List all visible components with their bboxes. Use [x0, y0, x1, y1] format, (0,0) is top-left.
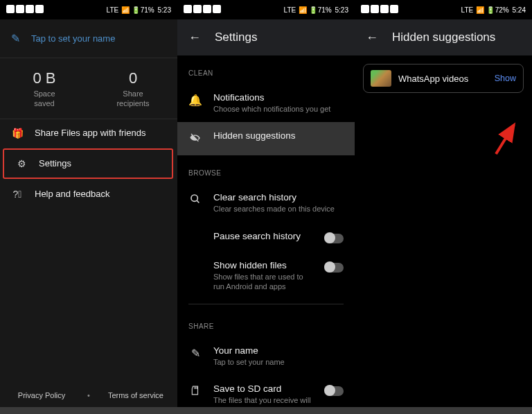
- svg-point-0: [191, 195, 197, 201]
- space-saved-value: 0 B: [0, 69, 89, 87]
- nav-drawer: ✎ Tap to set your name 0 B Spacesaved 0 …: [0, 19, 177, 414]
- annotation-arrow: [493, 122, 526, 159]
- status-bar: LTE 📶 🔋71% 5:23: [177, 0, 355, 19]
- row-clear-search[interactable]: Clear search history Clear searches made…: [177, 184, 355, 222]
- bell-icon: 🔔: [188, 92, 202, 107]
- pencil-icon: ✎: [11, 32, 20, 45]
- stats-row: 0 B Spacesaved 0 Sharerecipients: [0, 58, 177, 119]
- terms-link[interactable]: Terms of service: [97, 391, 175, 400]
- section-clean: CLEAN: [177, 55, 355, 84]
- page-title: Settings: [215, 31, 257, 44]
- help-icon: ?⃝: [11, 189, 24, 200]
- section-browse: BROWSE: [177, 155, 355, 184]
- edit-name-row[interactable]: ✎ Tap to set your name: [0, 19, 177, 58]
- net-icon: LTE: [107, 6, 119, 14]
- show-button[interactable]: Show: [495, 74, 516, 83]
- toggle-sd-card[interactable]: [324, 386, 344, 396]
- row-your-name[interactable]: ✎ Your name Tap to set your name: [177, 337, 355, 375]
- row-hidden-suggestions[interactable]: Hidden suggestions: [177, 122, 355, 155]
- status-bar: LTE 📶 🔋72% 5:24: [355, 0, 532, 19]
- app-bar: ← Hidden suggestions: [355, 19, 532, 55]
- app-bar: ← Settings: [177, 19, 355, 55]
- row-notifications[interactable]: 🔔 Notifications Choose which notificatio…: [177, 84, 355, 122]
- gift-icon: 🎁: [11, 128, 24, 139]
- status-bar: LTE 📶 🔋71% 5:23: [0, 0, 177, 19]
- sd-card-icon: [188, 383, 202, 399]
- privacy-link[interactable]: Privacy Policy: [3, 391, 80, 399]
- search-icon: [188, 192, 202, 207]
- thumbnail: [371, 70, 391, 87]
- toggle-pause-search[interactable]: [324, 234, 344, 243]
- drawer-item-settings[interactable]: ⚙ Settings: [3, 148, 173, 179]
- share-recipients-value: 0: [89, 69, 177, 87]
- svg-line-1: [197, 200, 199, 202]
- section-share: SHARE: [177, 309, 355, 337]
- visibility-off-icon: [188, 130, 202, 147]
- suggestion-card: WhatsApp videos Show: [363, 64, 524, 93]
- pencil-icon: ✎: [188, 345, 202, 360]
- back-icon[interactable]: ←: [366, 31, 378, 45]
- drawer-item-help[interactable]: ?⃝ Help and feedback: [0, 180, 177, 208]
- edit-name-label: Tap to set your name: [31, 33, 115, 44]
- page-title: Hidden suggestions: [392, 31, 495, 44]
- back-icon[interactable]: ←: [188, 31, 201, 45]
- drawer-item-share-app[interactable]: 🎁 Share Files app with friends: [0, 119, 177, 147]
- drawer-footer: Privacy Policy • Terms of service: [0, 384, 177, 407]
- row-show-hidden-files[interactable]: Show hidden files Show files that are us…: [177, 252, 355, 300]
- gear-icon: ⚙: [15, 158, 28, 169]
- card-title: WhatsApp videos: [398, 74, 488, 84]
- row-pause-search[interactable]: Pause search history: [177, 223, 355, 252]
- toggle-show-hidden[interactable]: [324, 263, 344, 273]
